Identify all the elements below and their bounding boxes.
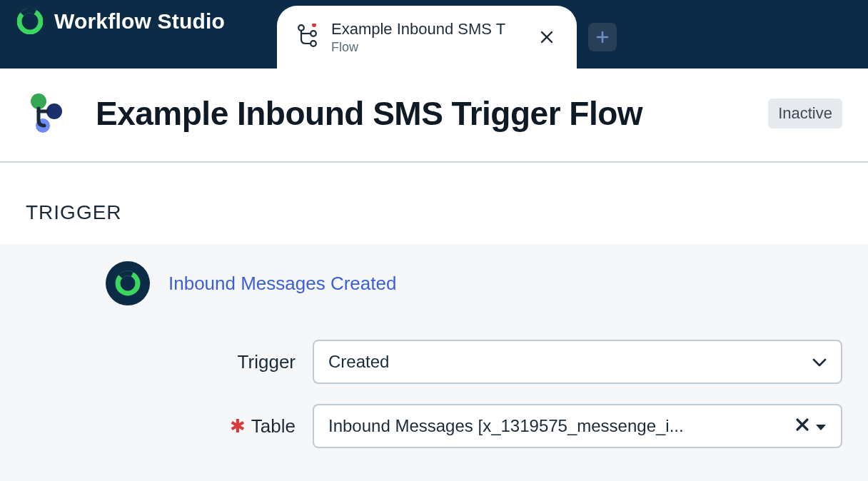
- table-label-text: Table: [251, 415, 296, 437]
- table-label: ✱ Table: [106, 415, 313, 437]
- svg-point-3: [311, 31, 316, 36]
- trigger-section-title: TRIGGER: [26, 201, 842, 224]
- brand-logo-icon: [17, 9, 43, 34]
- section-header: TRIGGER: [0, 163, 868, 244]
- trigger-name-link[interactable]: Inbound Messages Created: [168, 273, 396, 295]
- tab-title: Example Inbound SMS T: [331, 20, 524, 39]
- page-header: Example Inbound SMS Trigger Flow Inactiv…: [0, 69, 868, 163]
- tab-subtitle: Flow: [331, 40, 524, 55]
- svg-point-2: [298, 25, 304, 31]
- tab-titles: Example Inbound SMS T Flow: [331, 20, 524, 55]
- table-select[interactable]: Inbound Messages [x_1319575_messenge_i..…: [313, 404, 842, 448]
- svg-point-4: [311, 41, 316, 46]
- top-bar: Workflow Studio Example Inbound SMS T Fl…: [0, 0, 868, 69]
- trigger-body: Inbound Messages Created Trigger Created…: [0, 244, 868, 481]
- close-icon: [795, 417, 809, 432]
- trigger-header: Inbound Messages Created: [106, 261, 842, 305]
- trigger-select[interactable]: Created: [313, 340, 842, 384]
- app-circle-icon: [113, 269, 142, 298]
- condition-row: Condition Add filters: [106, 468, 842, 481]
- trigger-app-icon: [106, 261, 150, 305]
- trigger-row: Trigger Created: [106, 340, 842, 384]
- add-filters-button[interactable]: Add filters: [313, 468, 842, 481]
- status-badge: Inactive: [768, 98, 842, 128]
- chevron-down-icon: [812, 352, 827, 372]
- trigger-label-text: Trigger: [238, 351, 296, 373]
- chevron-down-icon: [815, 416, 827, 436]
- close-tab-button[interactable]: [537, 27, 557, 47]
- plus-icon: [595, 30, 610, 44]
- close-icon: [540, 31, 553, 44]
- table-row: ✱ Table Inbound Messages [x_1319575_mess…: [106, 404, 842, 448]
- table-select-value: Inbound Messages [x_1319575_messenge_i..…: [328, 416, 795, 436]
- clear-table-button[interactable]: [795, 416, 809, 436]
- new-tab-button[interactable]: [588, 23, 617, 51]
- page-title: Example Inbound SMS Trigger Flow: [96, 94, 642, 133]
- flow-tree-icon: [297, 24, 318, 51]
- required-asterisk-icon: ✱: [230, 415, 246, 437]
- app-brand: Workflow Studio: [17, 0, 225, 69]
- flow-header-icon: [26, 90, 70, 137]
- brand-name: Workflow Studio: [54, 9, 225, 34]
- trigger-select-value: Created: [328, 352, 812, 372]
- svg-point-5: [312, 24, 316, 27]
- active-tab[interactable]: Example Inbound SMS T Flow: [277, 6, 577, 69]
- trigger-label: Trigger: [106, 351, 313, 373]
